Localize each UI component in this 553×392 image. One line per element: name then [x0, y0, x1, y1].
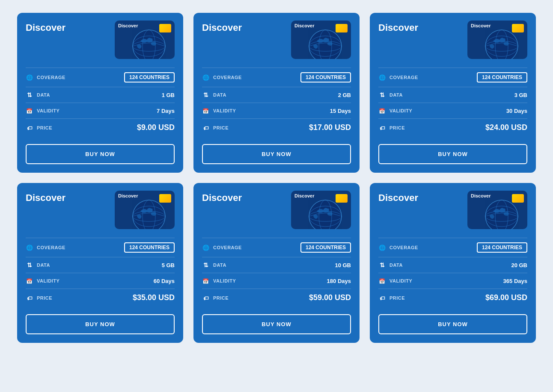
data-row: DATA 1 GB — [26, 87, 175, 103]
data-icon — [202, 91, 210, 98]
price-row: PRICE $59.00 USD — [202, 289, 351, 307]
plan-card-2: Discover Discover COVERAGE 124 COUNTRI — [193, 13, 360, 173]
buy-now-button[interactable]: BUY NOW — [26, 144, 175, 164]
price-label: PRICE — [389, 125, 405, 130]
card-body: COVERAGE 124 COUNTRIES DATA 2 GB VALIDIT… — [193, 63, 360, 136]
price-value: $35.00 USD — [133, 293, 175, 302]
data-row: DATA 10 GB — [202, 257, 351, 273]
validity-row: VALIDITY 30 Days — [378, 103, 527, 118]
price-label: PRICE — [213, 295, 229, 301]
data-left: DATA — [202, 262, 226, 268]
price-label: PRICE — [213, 125, 229, 130]
data-row: DATA 2 GB — [202, 87, 351, 103]
validity-left: VALIDITY — [202, 107, 236, 114]
validity-value: 365 Days — [503, 278, 527, 284]
data-value: 10 GB — [335, 262, 351, 268]
cards-grid: Discover Discover COVERAGE 124 COUNTRI — [17, 13, 536, 343]
calendar-icon — [378, 107, 386, 114]
buy-now-button[interactable]: BUY NOW — [26, 314, 175, 334]
validity-value: 30 Days — [506, 108, 527, 114]
buy-now-button[interactable]: BUY NOW — [202, 314, 351, 334]
data-label: DATA — [37, 262, 50, 268]
coverage-row: COVERAGE 124 COUNTRIES — [378, 68, 527, 87]
calendar-icon — [26, 277, 33, 284]
card-header: Discover Discover — [370, 183, 536, 233]
card-title: Discover — [378, 191, 418, 203]
data-value: 1 GB — [162, 92, 175, 98]
coverage-row: COVERAGE 124 COUNTRIES — [378, 238, 527, 257]
card-header: Discover Discover — [370, 13, 536, 63]
coverage-row: COVERAGE 124 COUNTRIES — [202, 238, 351, 257]
validity-row: VALIDITY 365 Days — [378, 273, 527, 289]
data-icon — [26, 91, 33, 98]
plan-card-6: Discover Discover COVERAGE 124 COUNTRI — [370, 183, 536, 343]
card-header: Discover Discover — [193, 13, 360, 63]
price-value: $59.00 USD — [309, 293, 351, 302]
card-image: Discover — [467, 21, 527, 59]
coverage-row: COVERAGE 124 COUNTRIES — [26, 68, 175, 87]
coverage-label: COVERAGE — [37, 75, 65, 80]
calendar-icon — [202, 277, 210, 284]
validity-left: VALIDITY — [26, 277, 59, 284]
price-left: PRICE — [202, 295, 229, 301]
buy-now-button[interactable]: BUY NOW — [378, 314, 527, 334]
price-row: PRICE $35.00 USD — [26, 289, 175, 307]
price-label: PRICE — [37, 295, 52, 301]
coverage-left: COVERAGE — [26, 74, 65, 81]
buy-now-button[interactable]: BUY NOW — [378, 144, 527, 164]
validity-label: VALIDITY — [389, 278, 412, 283]
coverage-left: COVERAGE — [26, 244, 65, 251]
validity-value: 7 Days — [157, 108, 175, 114]
sim-chip-icon — [512, 24, 524, 32]
coverage-left: COVERAGE — [378, 244, 418, 251]
card-title: Discover — [26, 191, 65, 203]
card-header: Discover Discover — [193, 183, 360, 233]
globe-icon — [26, 74, 33, 81]
validity-label: VALIDITY — [213, 278, 236, 283]
plan-card-5: Discover Discover COVERAGE 124 COUNTRI — [193, 183, 360, 343]
price-value: $24.00 USD — [485, 123, 527, 132]
buy-now-button[interactable]: BUY NOW — [202, 144, 351, 164]
data-icon — [378, 262, 386, 268]
price-row: PRICE $69.00 USD — [378, 289, 527, 307]
calendar-icon — [202, 107, 210, 114]
globe-icon — [202, 74, 210, 81]
price-left: PRICE — [378, 295, 405, 301]
data-value: 5 GB — [162, 262, 175, 268]
coverage-left: COVERAGE — [202, 74, 242, 81]
data-icon — [378, 91, 386, 98]
price-tag-icon — [378, 295, 386, 301]
card-title: Discover — [202, 21, 242, 33]
validity-value: 180 Days — [327, 278, 351, 284]
countries-badge: 124 COUNTRIES — [300, 242, 351, 253]
sim-chip-icon — [512, 194, 524, 203]
data-value: 2 GB — [338, 92, 351, 98]
plan-card-3: Discover Discover COVERAGE 124 COUNTRI — [370, 13, 536, 173]
countries-badge: 124 COUNTRIES — [124, 242, 175, 253]
sim-chip-icon — [159, 194, 171, 203]
coverage-label: COVERAGE — [389, 245, 418, 250]
data-label: DATA — [213, 262, 226, 268]
card-image: Discover — [467, 191, 527, 229]
price-tag-icon — [26, 124, 33, 131]
price-row: PRICE $24.00 USD — [378, 118, 527, 136]
globe-icon — [202, 244, 210, 251]
countries-badge: 124 COUNTRIES — [300, 72, 351, 83]
data-icon — [26, 262, 33, 268]
plan-card-1: Discover Discover COVERAGE 124 COUNTRI — [17, 13, 183, 173]
validity-label: VALIDITY — [389, 108, 412, 113]
calendar-icon — [378, 277, 386, 284]
price-tag-icon — [378, 124, 386, 131]
validity-label: VALIDITY — [213, 108, 236, 113]
validity-row: VALIDITY 7 Days — [26, 103, 175, 118]
coverage-row: COVERAGE 124 COUNTRIES — [26, 238, 175, 257]
card-image: Discover — [115, 191, 175, 229]
validity-value: 60 Days — [154, 278, 175, 284]
price-label: PRICE — [37, 125, 52, 130]
card-body: COVERAGE 124 COUNTRIES DATA 10 GB VALIDI… — [193, 233, 360, 307]
plan-card-4: Discover Discover COVERAGE 124 COUNTRI — [17, 183, 183, 343]
sim-chip-icon — [159, 24, 171, 32]
card-image: Discover — [115, 21, 175, 59]
price-left: PRICE — [378, 124, 405, 131]
sim-chip-icon — [336, 24, 348, 32]
